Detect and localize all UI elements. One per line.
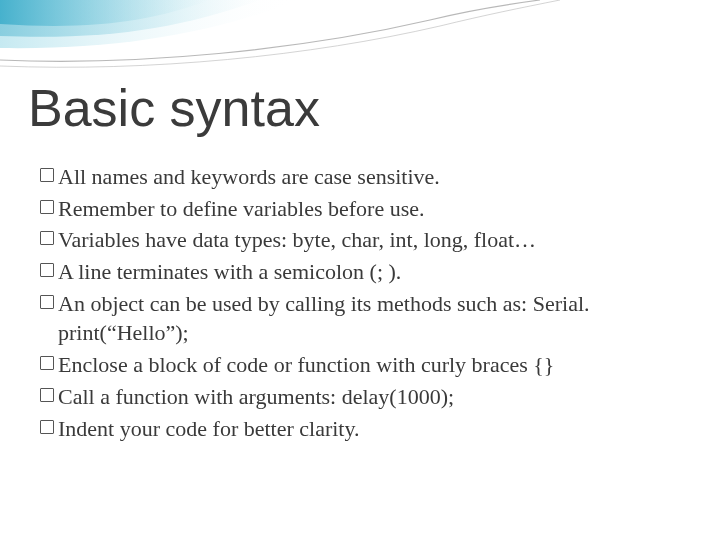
bullet-icon (40, 420, 54, 434)
bullet-icon (40, 231, 54, 245)
list-item: Remember to define variables before use. (40, 194, 680, 224)
list-item: Call a function with arguments: delay(10… (40, 382, 680, 412)
slide-title: Basic syntax (28, 78, 320, 138)
list-item-text: All names and keywords are case sensitiv… (58, 162, 680, 192)
list-item-text: A line terminates with a semicolon (; ). (58, 257, 680, 287)
list-item: An object can be used by calling its met… (40, 289, 680, 348)
bullet-list: All names and keywords are case sensitiv… (40, 162, 680, 445)
bullet-icon (40, 295, 54, 309)
slide: Basic syntax All names and keywords are … (0, 0, 720, 540)
list-item-text: Enclose a block of code or function with… (58, 350, 680, 380)
list-item: Enclose a block of code or function with… (40, 350, 680, 380)
bullet-icon (40, 200, 54, 214)
list-item-text: Call a function with arguments: delay(10… (58, 382, 680, 412)
bullet-icon (40, 263, 54, 277)
list-item-text: Variables have data types: byte, char, i… (58, 225, 680, 255)
list-item: All names and keywords are case sensitiv… (40, 162, 680, 192)
list-item-text: Remember to define variables before use. (58, 194, 680, 224)
list-item-text: An object can be used by calling its met… (58, 289, 680, 348)
list-item: Indent your code for better clarity. (40, 414, 680, 444)
bullet-icon (40, 388, 54, 402)
list-item-text: Indent your code for better clarity. (58, 414, 680, 444)
list-item: Variables have data types: byte, char, i… (40, 225, 680, 255)
bullet-icon (40, 356, 54, 370)
list-item: A line terminates with a semicolon (; ). (40, 257, 680, 287)
bullet-icon (40, 168, 54, 182)
